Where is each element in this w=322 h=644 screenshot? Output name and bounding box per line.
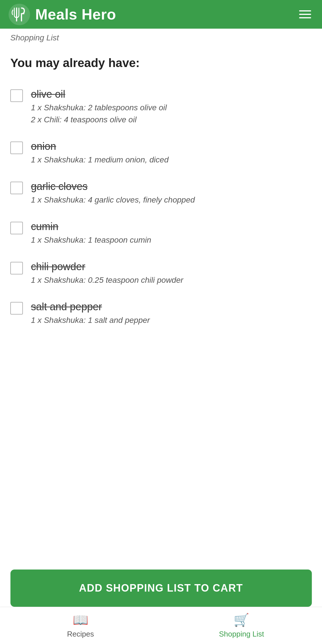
ingredient-item-salt-and-pepper: salt and pepper1 x Shakshuka: 1 salt and… <box>10 293 312 333</box>
shopping-list-label: Shopping List <box>219 630 264 639</box>
ingredient-recipe-garlic-cloves-0: 1 x Shakshuka: 4 garlic cloves, finely c… <box>31 195 195 205</box>
ingredient-details-cumin: cumin1 x Shakshuka: 1 teaspoon cumin <box>31 221 151 245</box>
ingredient-recipe-olive-oil-0: 1 x Shakshuka: 2 tablespoons olive oil <box>31 103 167 112</box>
ingredient-recipe-chili-powder-0: 1 x Shakshuka: 0.25 teaspoon chili powde… <box>31 276 183 285</box>
ingredient-item-onion: onion1 x Shakshuka: 1 medium onion, dice… <box>10 132 312 172</box>
nav-item-shopping-list[interactable]: 🛒 Shopping List <box>161 607 322 644</box>
nav-item-recipes[interactable]: 📖 Recipes <box>0 607 161 644</box>
ingredient-recipe-cumin-0: 1 x Shakshuka: 1 teaspoon cumin <box>31 235 151 245</box>
hamburger-line-2 <box>299 14 311 15</box>
logo-container: Meals Hero <box>9 4 116 25</box>
hamburger-menu-button[interactable] <box>297 8 313 21</box>
page-subtitle: Shopping List <box>0 29 322 45</box>
ingredient-recipe-onion-0: 1 x Shakshuka: 1 medium onion, diced <box>31 155 169 164</box>
checkbox-olive-oil[interactable] <box>10 89 23 102</box>
ingredient-details-garlic-cloves: garlic cloves1 x Shakshuka: 4 garlic clo… <box>31 180 195 205</box>
ingredient-details-olive-oil: olive oil1 x Shakshuka: 2 tablespoons ol… <box>31 88 167 124</box>
hamburger-line-1 <box>299 10 311 11</box>
ingredient-details-salt-and-pepper: salt and pepper1 x Shakshuka: 1 salt and… <box>31 301 150 325</box>
checkbox-salt-and-pepper[interactable] <box>10 302 23 315</box>
ingredient-item-chili-powder: chili powder1 x Shakshuka: 0.25 teaspoon… <box>10 253 312 293</box>
bottom-nav: 📖 Recipes 🛒 Shopping List <box>0 607 322 644</box>
shopping-list-icon: 🛒 <box>234 612 249 627</box>
hamburger-line-3 <box>299 17 311 18</box>
subtitle-text: Shopping List <box>10 33 59 42</box>
app-title: Meals Hero <box>35 6 116 23</box>
logo-icon <box>9 4 30 25</box>
ingredient-name-onion: onion <box>31 140 169 152</box>
ingredient-name-salt-and-pepper: salt and pepper <box>31 301 150 313</box>
ingredient-name-chili-powder: chili powder <box>31 261 183 273</box>
ingredient-item-garlic-cloves: garlic cloves1 x Shakshuka: 4 garlic clo… <box>10 172 312 213</box>
checkbox-garlic-cloves[interactable] <box>10 182 23 194</box>
section-title: You may already have: <box>10 56 312 70</box>
ingredient-item-olive-oil: olive oil1 x Shakshuka: 2 tablespoons ol… <box>10 80 312 132</box>
ingredient-name-olive-oil: olive oil <box>31 88 167 100</box>
ingredient-details-chili-powder: chili powder1 x Shakshuka: 0.25 teaspoon… <box>31 261 183 285</box>
main-content: You may already have: olive oil1 x Shaks… <box>0 45 322 390</box>
ingredient-recipe-salt-and-pepper-0: 1 x Shakshuka: 1 salt and pepper <box>31 316 150 325</box>
checkbox-cumin[interactable] <box>10 222 23 234</box>
checkbox-chili-powder[interactable] <box>10 262 23 274</box>
recipes-label: Recipes <box>67 630 94 639</box>
ingredient-name-garlic-cloves: garlic cloves <box>31 180 195 193</box>
ingredient-list: olive oil1 x Shakshuka: 2 tablespoons ol… <box>10 80 312 333</box>
checkbox-onion[interactable] <box>10 142 23 154</box>
ingredient-details-onion: onion1 x Shakshuka: 1 medium onion, dice… <box>31 140 169 164</box>
add-to-cart-button[interactable]: ADD SHOPPING LIST TO CART <box>10 570 312 607</box>
ingredient-name-cumin: cumin <box>31 221 151 233</box>
recipes-icon: 📖 <box>73 612 88 627</box>
app-header: Meals Hero <box>0 0 322 29</box>
ingredient-item-cumin: cumin1 x Shakshuka: 1 teaspoon cumin <box>10 213 312 253</box>
ingredient-recipe-olive-oil-1: 2 x Chili: 4 teaspoons olive oil <box>31 115 167 124</box>
